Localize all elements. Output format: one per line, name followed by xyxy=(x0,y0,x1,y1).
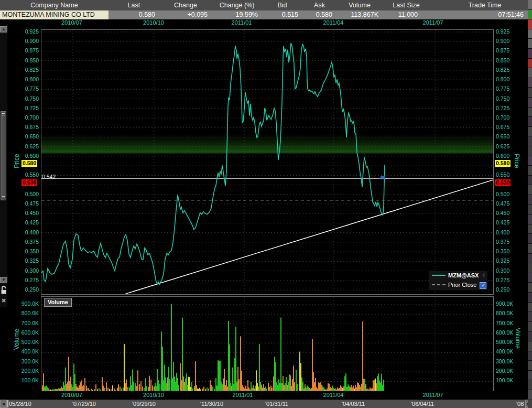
vertical-scrollbar[interactable]: ▲ ▼ ✖ xyxy=(0,26,7,307)
scrollbar-date[interactable]: 05/28/10 xyxy=(9,400,31,408)
volume-tick-label: 900.0K xyxy=(496,300,513,307)
price-line[interactable] xyxy=(41,43,385,285)
volume-bar xyxy=(349,386,350,391)
horizontal-scrollbar[interactable]: ◄ ► 05/28/10'07/29/10'09/29/10'11/30/10'… xyxy=(0,400,532,408)
change-value: +0.095 xyxy=(159,10,212,19)
col-last: Last xyxy=(108,0,159,10)
alert-price-label: 0.530 xyxy=(21,179,37,186)
volume-bar xyxy=(156,386,157,391)
close-icon[interactable]: ✖ xyxy=(0,297,7,304)
volume-bar xyxy=(252,388,253,391)
price-tick-label: 0.825 xyxy=(15,67,39,73)
volume-bar xyxy=(375,379,376,391)
volume-bar xyxy=(253,385,254,391)
volume-bar xyxy=(174,377,175,391)
volume-tick-label: 600.0K xyxy=(15,329,39,336)
volume-bar xyxy=(334,389,335,391)
volume-bar xyxy=(148,387,149,391)
volume-bar xyxy=(187,385,188,391)
volume-bar xyxy=(261,385,262,391)
volume-bar xyxy=(313,372,314,391)
scroll-down-button[interactable]: ▼ xyxy=(0,277,7,283)
volume-tick-label: 500.0K xyxy=(496,339,513,346)
volume-bar xyxy=(381,374,382,391)
volume-bar xyxy=(133,382,134,391)
volume-bar xyxy=(357,382,358,391)
volume-bar xyxy=(212,386,213,391)
scrollbar-date[interactable]: '08 xyxy=(516,400,524,408)
top-date-label: 2011/04 xyxy=(323,19,344,26)
volume-bar xyxy=(197,389,198,391)
volume-axis-title: Volume xyxy=(13,329,20,350)
edge-strip-segment xyxy=(528,390,532,400)
price-axis-title: Price xyxy=(513,154,520,168)
volume-bar xyxy=(240,336,241,391)
volume-bar xyxy=(323,388,324,391)
volume-bar xyxy=(321,385,322,391)
price-tick-label: 0.400 xyxy=(15,229,39,236)
scrollbar-date[interactable]: '04/03/11 xyxy=(342,400,365,408)
top-date-label: 2011/07 xyxy=(423,19,443,26)
company-name-cell[interactable]: MONTEZUMA MINING CO LTD xyxy=(0,10,108,19)
volume-bar xyxy=(228,321,229,391)
volume-bar xyxy=(294,382,295,391)
price-tick-label: 0.350 xyxy=(15,248,39,255)
volume-bar xyxy=(327,389,328,391)
scrollbar-date[interactable]: '09/29/10 xyxy=(132,400,156,408)
volume-bar xyxy=(262,388,263,391)
price-tick-label: 0.275 xyxy=(15,277,39,284)
scroll-left-button[interactable]: ◄ xyxy=(0,400,7,408)
last-price-label: 0.580 xyxy=(21,160,37,167)
last-price-label: 0.580 xyxy=(495,160,511,167)
volume-bar xyxy=(129,388,130,391)
volume-bar xyxy=(303,389,305,391)
volume-bar xyxy=(329,384,330,391)
volume-bar xyxy=(292,379,293,391)
edge-strip-segment xyxy=(528,166,532,175)
volume-tick-label: 200.0K xyxy=(15,368,39,374)
volume-bar xyxy=(146,386,147,391)
series-label[interactable]: MZM@ASX xyxy=(448,272,479,278)
edge-strip-segment xyxy=(528,185,532,195)
volume-bar xyxy=(149,375,150,391)
volume-bar xyxy=(95,384,96,391)
price-tick-label: 0.375 xyxy=(496,239,509,245)
volume-bar xyxy=(367,389,368,391)
scroll-up-button[interactable]: ▲ xyxy=(0,26,7,33)
volume-bar xyxy=(61,386,62,391)
volume-bar xyxy=(266,389,267,391)
volume-bar xyxy=(125,383,126,391)
volume-tick-label: 900.0K xyxy=(15,300,39,307)
volume-bar xyxy=(221,382,222,391)
volume-bar xyxy=(184,382,185,391)
volume-bar xyxy=(319,383,320,391)
scroll-up-icon: ▲ xyxy=(2,27,6,31)
volume-bar xyxy=(238,379,240,391)
scrollbar-thumb[interactable] xyxy=(1,111,6,200)
scrollbar-date[interactable]: '01/31/11 xyxy=(265,400,288,408)
bottom-date-label: 2011/01 xyxy=(233,392,253,399)
volume-bar xyxy=(208,389,209,391)
scrollbar-date[interactable]: '11/30/10 xyxy=(200,400,223,408)
unlock-icon[interactable] xyxy=(1,285,7,294)
volume-chart-panel[interactable] xyxy=(41,296,494,392)
top-date-axis: 2010/072010/102011/012011/042011/07 xyxy=(0,19,532,26)
volume-bar xyxy=(248,388,249,391)
volume-bar xyxy=(365,384,366,391)
volume-bar xyxy=(312,339,313,391)
price-tick-label: 0.425 xyxy=(15,219,39,226)
price-tick-label: 0.875 xyxy=(15,47,39,54)
volume-bar xyxy=(103,386,104,391)
volume-bar xyxy=(254,389,255,391)
volume-bar xyxy=(383,380,384,391)
volume-bar xyxy=(360,386,361,391)
price-chart-panel[interactable] xyxy=(41,29,494,295)
volume-bar xyxy=(308,386,309,391)
volume-bar xyxy=(194,386,195,391)
volume-bar xyxy=(265,386,266,391)
volume-bar xyxy=(284,385,285,391)
prior-close-checkbox[interactable]: ✓ xyxy=(480,282,486,289)
volume-tab[interactable]: Volume xyxy=(44,298,72,307)
scrollbar-date[interactable]: '06/04/11 xyxy=(411,400,434,408)
scrollbar-date[interactable]: '07/29/10 xyxy=(72,400,96,408)
